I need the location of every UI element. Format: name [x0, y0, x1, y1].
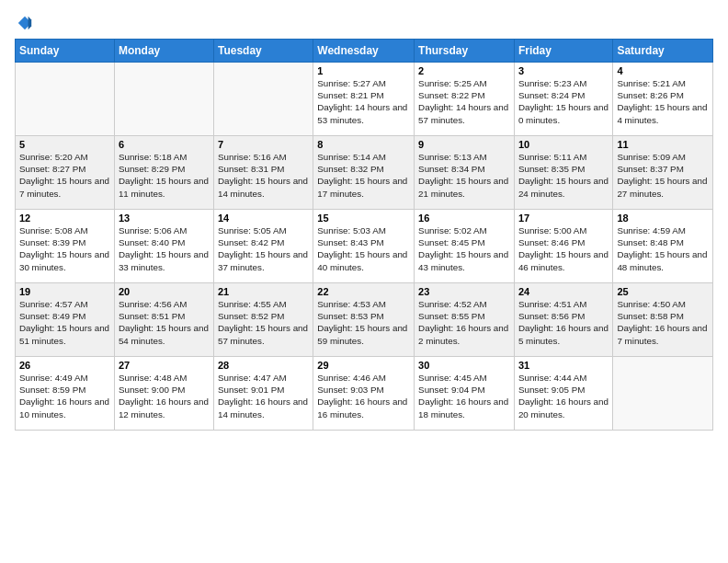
- calendar-cell: 20Sunrise: 4:56 AMSunset: 8:51 PMDayligh…: [114, 283, 213, 357]
- day-info: Sunrise: 5:25 AMSunset: 8:22 PMDaylight:…: [418, 77, 510, 126]
- day-number: 11: [617, 139, 709, 150]
- day-info: Sunrise: 4:52 AMSunset: 8:55 PMDaylight:…: [418, 298, 510, 347]
- day-number: 12: [19, 213, 110, 224]
- calendar-cell: 19Sunrise: 4:57 AMSunset: 8:49 PMDayligh…: [16, 283, 115, 357]
- calendar-cell: 25Sunrise: 4:50 AMSunset: 8:58 PMDayligh…: [613, 283, 713, 357]
- day-number: 26: [19, 360, 110, 371]
- day-info: Sunrise: 5:20 AMSunset: 8:27 PMDaylight:…: [19, 151, 110, 200]
- header: [15, 15, 713, 29]
- day-info: Sunrise: 5:27 AMSunset: 8:21 PMDaylight:…: [317, 77, 410, 126]
- day-number: 4: [617, 65, 709, 76]
- calendar-cell: 21Sunrise: 4:55 AMSunset: 8:52 PMDayligh…: [213, 283, 313, 357]
- weekday-header-friday: Friday: [514, 40, 612, 63]
- calendar-cell: 1Sunrise: 5:27 AMSunset: 8:21 PMDaylight…: [313, 63, 415, 136]
- day-info: Sunrise: 5:02 AMSunset: 8:45 PMDaylight:…: [418, 224, 510, 273]
- calendar-cell: 9Sunrise: 5:13 AMSunset: 8:34 PMDaylight…: [415, 136, 515, 210]
- day-number: 17: [518, 213, 609, 224]
- calendar-cell: 17Sunrise: 5:00 AMSunset: 8:46 PMDayligh…: [514, 210, 612, 283]
- calendar-cell: [114, 63, 213, 136]
- day-info: Sunrise: 5:14 AMSunset: 8:32 PMDaylight:…: [317, 151, 410, 200]
- day-info: Sunrise: 4:49 AMSunset: 8:59 PMDaylight:…: [19, 372, 110, 420]
- day-info: Sunrise: 5:09 AMSunset: 8:37 PMDaylight:…: [617, 151, 709, 200]
- day-info: Sunrise: 4:48 AMSunset: 9:00 PMDaylight:…: [119, 372, 210, 420]
- calendar-cell: 3Sunrise: 5:23 AMSunset: 8:24 PMDaylight…: [514, 63, 612, 136]
- day-info: Sunrise: 5:05 AMSunset: 8:42 PMDaylight:…: [218, 224, 309, 273]
- calendar-cell: 18Sunrise: 4:59 AMSunset: 8:48 PMDayligh…: [613, 210, 713, 283]
- day-number: 27: [119, 360, 210, 371]
- day-number: 23: [418, 286, 510, 297]
- day-info: Sunrise: 5:13 AMSunset: 8:34 PMDaylight:…: [418, 151, 510, 200]
- weekday-header-tuesday: Tuesday: [213, 40, 313, 63]
- day-number: 3: [518, 65, 609, 76]
- calendar-cell: 4Sunrise: 5:21 AMSunset: 8:26 PMDaylight…: [613, 63, 713, 136]
- calendar-week-5: 26Sunrise: 4:49 AMSunset: 8:59 PMDayligh…: [16, 357, 713, 431]
- day-info: Sunrise: 4:50 AMSunset: 8:58 PMDaylight:…: [617, 298, 709, 347]
- weekday-header-sunday: Sunday: [16, 40, 115, 63]
- calendar-cell: 13Sunrise: 5:06 AMSunset: 8:40 PMDayligh…: [114, 210, 213, 283]
- day-info: Sunrise: 4:44 AMSunset: 9:05 PMDaylight:…: [518, 372, 609, 420]
- day-number: 31: [518, 360, 609, 371]
- day-info: Sunrise: 4:57 AMSunset: 8:49 PMDaylight:…: [19, 298, 110, 347]
- svg-marker-1: [28, 17, 32, 29]
- calendar-cell: 24Sunrise: 4:51 AMSunset: 8:56 PMDayligh…: [514, 283, 612, 357]
- day-info: Sunrise: 5:18 AMSunset: 8:29 PMDaylight:…: [119, 151, 210, 200]
- calendar-cell: 10Sunrise: 5:11 AMSunset: 8:35 PMDayligh…: [514, 136, 612, 210]
- day-info: Sunrise: 5:08 AMSunset: 8:39 PMDaylight:…: [19, 224, 110, 273]
- day-number: 28: [218, 360, 309, 371]
- day-number: 2: [418, 65, 510, 76]
- calendar-cell: 23Sunrise: 4:52 AMSunset: 8:55 PMDayligh…: [415, 283, 515, 357]
- day-number: 29: [317, 360, 410, 371]
- calendar-cell: 31Sunrise: 4:44 AMSunset: 9:05 PMDayligh…: [514, 357, 612, 431]
- calendar-cell: 6Sunrise: 5:18 AMSunset: 8:29 PMDaylight…: [114, 136, 213, 210]
- page: SundayMondayTuesdayWednesdayThursdayFrid…: [0, 0, 728, 438]
- calendar-cell: 28Sunrise: 4:47 AMSunset: 9:01 PMDayligh…: [213, 357, 313, 431]
- day-number: 13: [119, 213, 210, 224]
- day-info: Sunrise: 5:03 AMSunset: 8:43 PMDaylight:…: [317, 224, 410, 273]
- calendar-week-4: 19Sunrise: 4:57 AMSunset: 8:49 PMDayligh…: [16, 283, 713, 357]
- day-number: 9: [418, 139, 510, 150]
- day-info: Sunrise: 4:56 AMSunset: 8:51 PMDaylight:…: [119, 298, 210, 347]
- calendar-cell: 2Sunrise: 5:25 AMSunset: 8:22 PMDaylight…: [415, 63, 515, 136]
- calendar-cell: 12Sunrise: 5:08 AMSunset: 8:39 PMDayligh…: [16, 210, 115, 283]
- weekday-header-wednesday: Wednesday: [313, 40, 415, 63]
- day-info: Sunrise: 4:59 AMSunset: 8:48 PMDaylight:…: [617, 224, 709, 273]
- calendar-cell: 27Sunrise: 4:48 AMSunset: 9:00 PMDayligh…: [114, 357, 213, 431]
- day-number: 21: [218, 286, 309, 297]
- day-number: 25: [617, 286, 709, 297]
- day-info: Sunrise: 5:21 AMSunset: 8:26 PMDaylight:…: [617, 77, 709, 126]
- day-number: 22: [317, 286, 410, 297]
- calendar-week-3: 12Sunrise: 5:08 AMSunset: 8:39 PMDayligh…: [16, 210, 713, 283]
- day-info: Sunrise: 5:16 AMSunset: 8:31 PMDaylight:…: [218, 151, 309, 200]
- calendar-cell: 22Sunrise: 4:53 AMSunset: 8:53 PMDayligh…: [313, 283, 415, 357]
- day-number: 18: [617, 213, 709, 224]
- day-info: Sunrise: 4:45 AMSunset: 9:04 PMDaylight:…: [418, 372, 510, 420]
- calendar-table: SundayMondayTuesdayWednesdayThursdayFrid…: [15, 39, 713, 431]
- weekday-header-saturday: Saturday: [613, 40, 713, 63]
- calendar-cell: [613, 357, 713, 431]
- logo-text: [15, 15, 33, 31]
- calendar-cell: 29Sunrise: 4:46 AMSunset: 9:03 PMDayligh…: [313, 357, 415, 431]
- calendar-cell: 8Sunrise: 5:14 AMSunset: 8:32 PMDaylight…: [313, 136, 415, 210]
- day-info: Sunrise: 5:00 AMSunset: 8:46 PMDaylight:…: [518, 224, 609, 273]
- day-info: Sunrise: 4:46 AMSunset: 9:03 PMDaylight:…: [317, 372, 410, 420]
- calendar-cell: 15Sunrise: 5:03 AMSunset: 8:43 PMDayligh…: [313, 210, 415, 283]
- calendar-week-1: 1Sunrise: 5:27 AMSunset: 8:21 PMDaylight…: [16, 63, 713, 136]
- day-number: 24: [518, 286, 609, 297]
- day-number: 30: [418, 360, 510, 371]
- day-info: Sunrise: 5:06 AMSunset: 8:40 PMDaylight:…: [119, 224, 210, 273]
- day-number: 8: [317, 139, 410, 150]
- calendar-cell: [16, 63, 115, 136]
- day-number: 15: [317, 213, 410, 224]
- day-number: 5: [19, 139, 110, 150]
- day-info: Sunrise: 4:55 AMSunset: 8:52 PMDaylight:…: [218, 298, 309, 347]
- logo-icon: [17, 15, 33, 31]
- day-number: 7: [218, 139, 309, 150]
- calendar-cell: 14Sunrise: 5:05 AMSunset: 8:42 PMDayligh…: [213, 210, 313, 283]
- day-info: Sunrise: 5:11 AMSunset: 8:35 PMDaylight:…: [518, 151, 609, 200]
- day-number: 6: [119, 139, 210, 150]
- day-number: 10: [518, 139, 609, 150]
- calendar-cell: 30Sunrise: 4:45 AMSunset: 9:04 PMDayligh…: [415, 357, 515, 431]
- calendar-cell: [213, 63, 313, 136]
- day-number: 16: [418, 213, 510, 224]
- logo: [15, 15, 33, 29]
